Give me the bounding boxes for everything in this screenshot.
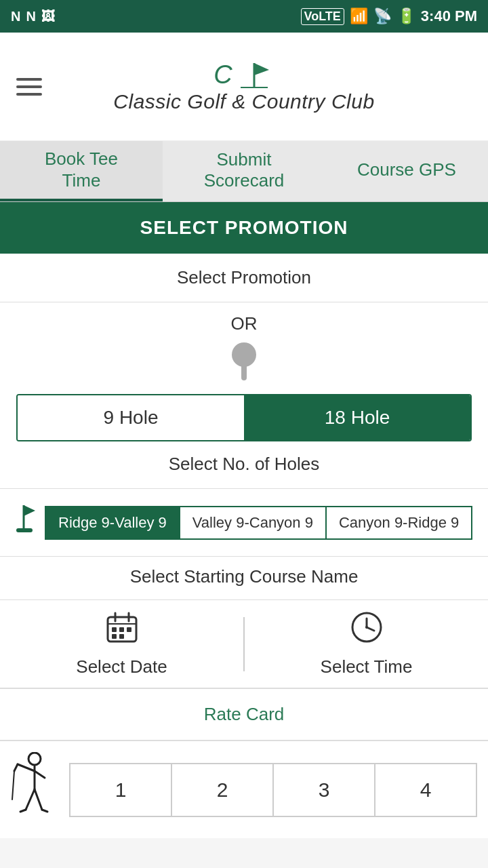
- logo-icon-row: C: [214, 60, 274, 90]
- 9hole-button[interactable]: 9 Hole: [18, 395, 244, 440]
- svg-marker-5: [24, 505, 35, 516]
- tab-submit-scorecard[interactable]: Submit Scorecard: [163, 141, 325, 201]
- svg-rect-11: [119, 627, 124, 632]
- player-btn-3[interactable]: 3: [272, 763, 374, 817]
- svg-marker-1: [254, 63, 269, 75]
- course-flag-icon: [11, 501, 37, 544]
- course-opt-valley-canyon[interactable]: Valley 9-Canyon 9: [179, 506, 325, 540]
- svg-line-26: [35, 789, 42, 810]
- status-bar: N N 🖼 VoLTE 📶 📡 🔋 3:40 PM: [0, 0, 488, 33]
- course-opt-canyon-ridge[interactable]: Canyon 9-Ridge 9: [325, 506, 472, 540]
- calendar-icon: [105, 610, 139, 651]
- signal-icon: 📡: [373, 7, 392, 25]
- tab-course-gps[interactable]: Course GPS: [325, 141, 488, 201]
- promo-select-row[interactable]: Select Promotion: [0, 254, 488, 302]
- calendar-svg: [105, 610, 139, 644]
- course-opt-ridge-valley[interactable]: Ridge 9-Valley 9: [45, 506, 179, 540]
- status-bar-left: N N 🖼: [11, 9, 55, 24]
- 18hole-button[interactable]: 18 Hole: [244, 395, 470, 440]
- svg-rect-14: [119, 634, 124, 639]
- time-label: Select Time: [321, 656, 413, 677]
- svg-line-23: [12, 771, 14, 800]
- svg-line-24: [35, 771, 45, 778]
- status-bar-right: VoLTE 📶 📡 🔋 3:40 PM: [301, 7, 477, 25]
- svg-line-28: [42, 810, 47, 812]
- clock-svg: [350, 610, 384, 644]
- player-btn-1[interactable]: 1: [69, 763, 171, 817]
- notification-n1: N: [11, 9, 20, 24]
- clock-icon: [350, 610, 384, 651]
- tabs: Book Tee Time Submit Scorecard Course GP…: [0, 141, 488, 202]
- battery-icon: 🔋: [397, 7, 415, 25]
- golfer-icon: [11, 752, 58, 827]
- date-label: Select Date: [76, 656, 167, 677]
- golfer-svg: [11, 752, 58, 820]
- player-btn-4[interactable]: 4: [374, 763, 477, 817]
- time-picker[interactable]: Select Time: [245, 600, 488, 688]
- flag-logo-svg: [234, 60, 274, 90]
- tee-ball: [232, 342, 256, 367]
- volte-label: VoLTE: [301, 8, 344, 25]
- or-text: OR: [231, 313, 258, 334]
- menu-button[interactable]: [16, 78, 42, 96]
- course-helper-text: Select Starting Course Name: [0, 557, 488, 599]
- course-selector-row: Ridge 9-Valley 9 Valley 9-Canyon 9 Canyo…: [0, 489, 488, 557]
- svg-rect-12: [127, 627, 131, 632]
- content-area: SELECT PROMOTION Select Promotion OR 9 H…: [0, 202, 488, 838]
- holes-helper-text: Select No. of Holes: [0, 447, 488, 488]
- header: C Classic Golf & Country Club: [0, 33, 488, 141]
- hamburger-line3: [16, 93, 42, 96]
- rate-card-row[interactable]: Rate Card: [0, 689, 488, 741]
- hole-toggle: 9 Hole 18 Hole: [16, 394, 472, 441]
- player-btn-2[interactable]: 2: [171, 763, 272, 817]
- wifi-icon: 📶: [350, 7, 368, 25]
- svg-rect-10: [112, 627, 117, 632]
- date-picker[interactable]: Select Date: [0, 600, 243, 688]
- tee-graphic: [232, 342, 256, 367]
- logo-c-symbol: C: [214, 60, 232, 90]
- svg-point-18: [365, 626, 368, 629]
- hamburger-line2: [16, 85, 42, 88]
- notification-n2: N: [26, 9, 35, 24]
- promo-banner[interactable]: SELECT PROMOTION: [0, 202, 488, 254]
- or-divider-row: OR: [0, 302, 488, 372]
- clock-time: 3:40 PM: [421, 7, 477, 25]
- hamburger-line1: [16, 78, 42, 81]
- svg-rect-13: [112, 634, 117, 639]
- svg-line-22: [14, 764, 18, 771]
- flag-svg: [11, 501, 37, 538]
- datetime-row: Select Date Select Time: [0, 600, 488, 688]
- player-buttons: 1 2 3 4: [69, 763, 477, 817]
- svg-line-27: [20, 810, 26, 812]
- players-row: 1 2 3 4: [0, 741, 488, 838]
- svg-line-25: [26, 789, 35, 810]
- image-icon: 🖼: [41, 9, 55, 24]
- tab-book-tee[interactable]: Book Tee Time: [0, 141, 163, 201]
- logo-area: C Classic Golf & Country Club: [113, 60, 374, 113]
- svg-point-19: [28, 753, 41, 765]
- app-title: Classic Golf & Country Club: [113, 90, 374, 113]
- course-options: Ridge 9-Valley 9 Valley 9-Canyon 9 Canyo…: [45, 506, 477, 540]
- promo-select-placeholder: Select Promotion: [177, 267, 311, 288]
